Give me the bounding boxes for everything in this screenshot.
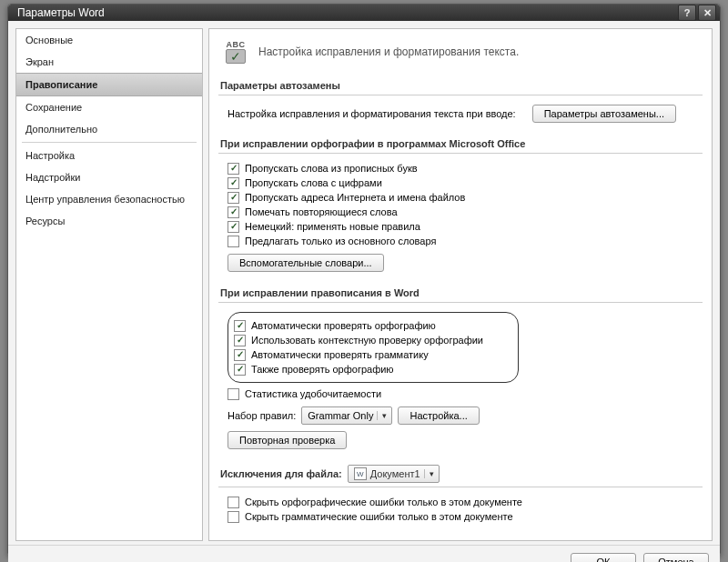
panel-header-text: Настройка исправления и форматирования т… bbox=[258, 45, 519, 58]
lbl-repeat: Помечать повторяющиеся слова bbox=[245, 206, 398, 217]
sidebar-item-save[interactable]: Сохранение bbox=[16, 96, 202, 118]
lbl-context-spell: Использовать контекстную проверку орфогр… bbox=[251, 335, 483, 346]
grammar-settings-button[interactable]: Настройка... bbox=[398, 406, 479, 425]
group-autocorrect-body: Настройка исправления и форматирования т… bbox=[218, 95, 703, 131]
chk-digits[interactable]: ✓ bbox=[228, 177, 239, 189]
chk-auto-spell[interactable]: ✓ bbox=[234, 320, 246, 332]
lbl-also-spell: Также проверять орфографию bbox=[251, 364, 394, 375]
titlebar[interactable]: Параметры Word ? ✕ bbox=[8, 5, 720, 21]
exceptions-file-name: Документ1 bbox=[370, 468, 420, 479]
group-word-body: ✓Автоматически проверять орфографию ✓Исп… bbox=[218, 303, 703, 457]
autocorrect-options-button[interactable]: Параметры автозамены... bbox=[532, 105, 676, 123]
chk-readability[interactable]: ✓ bbox=[228, 388, 239, 400]
chk-german[interactable]: ✓ bbox=[228, 221, 239, 233]
custom-dictionaries-button[interactable]: Вспомогательные словари... bbox=[228, 254, 384, 272]
chk-context-spell[interactable]: ✓ bbox=[234, 335, 246, 346]
lbl-main-dict: Предлагать только из основного словаря bbox=[245, 236, 436, 246]
chk-urls[interactable]: ✓ bbox=[228, 192, 239, 204]
close-button[interactable]: ✕ bbox=[698, 5, 716, 21]
lbl-readability: Статистика удобочитаемости bbox=[245, 388, 381, 399]
lbl-auto-grammar: Автоматически проверять грамматику bbox=[251, 349, 429, 360]
sidebar-item-resources[interactable]: Ресурсы bbox=[16, 210, 202, 232]
sidebar: Основные Экран Правописание Сохранение Д… bbox=[15, 28, 203, 541]
sidebar-item-addins[interactable]: Надстройки bbox=[16, 166, 202, 188]
panel-header: ABC ✓ Настройка исправления и форматиров… bbox=[218, 36, 703, 73]
sidebar-item-proofing[interactable]: Правописание bbox=[16, 73, 202, 96]
title-text: Параметры Word bbox=[17, 6, 676, 19]
ok-button[interactable]: ОК bbox=[571, 553, 636, 562]
proofing-icon: ABC ✓ bbox=[222, 40, 249, 64]
lbl-auto-spell: Автоматически проверять орфографию bbox=[251, 320, 436, 331]
exceptions-file-combo[interactable]: W Документ1 ▾ bbox=[348, 465, 440, 483]
sidebar-item-general[interactable]: Основные bbox=[16, 29, 202, 51]
lbl-urls: Пропускать адреса Интернета и имена файл… bbox=[245, 192, 465, 203]
lbl-uppercase: Пропускать слова из прописных букв bbox=[245, 163, 418, 174]
sidebar-separator bbox=[22, 142, 197, 143]
chk-repeat[interactable]: ✓ bbox=[228, 206, 239, 218]
lbl-hide-spelling: Скрыть орфографические ошибки только в э… bbox=[245, 497, 522, 507]
ruleset-value: Grammar Only bbox=[308, 410, 373, 421]
chk-uppercase[interactable]: ✓ bbox=[228, 163, 239, 175]
sidebar-item-customize[interactable]: Настройка bbox=[16, 145, 202, 166]
ruleset-combo[interactable]: Grammar Only ▾ bbox=[301, 406, 392, 425]
chevron-down-icon: ▾ bbox=[424, 469, 437, 478]
group-office-body: ✓Пропускать слова из прописных букв ✓Про… bbox=[218, 154, 703, 280]
lbl-hide-grammar: Скрыть грамматические ошибки только в эт… bbox=[245, 511, 513, 522]
group-office-title: При исправлении орфографии в программах … bbox=[218, 135, 703, 154]
document-icon: W bbox=[354, 467, 367, 480]
chevron-down-icon: ▾ bbox=[377, 411, 389, 420]
sidebar-item-trust-center[interactable]: Центр управления безопасностью bbox=[16, 188, 202, 210]
group-word-title: При исправлении правописания в Word bbox=[218, 284, 703, 303]
ruleset-label: Набор правил: bbox=[228, 410, 296, 421]
exceptions-label: Исключения для файла: bbox=[220, 468, 342, 479]
lbl-german: Немецкий: применять новые правила bbox=[245, 221, 420, 232]
group-autocorrect-title: Параметры автозамены bbox=[218, 76, 703, 95]
help-button[interactable]: ? bbox=[678, 5, 696, 21]
group-exceptions-body: ✓Скрыть орфографические ошибки только в … bbox=[218, 487, 703, 531]
chk-hide-grammar[interactable]: ✓ bbox=[228, 511, 239, 523]
chk-hide-spelling[interactable]: ✓ bbox=[228, 497, 239, 508]
sidebar-item-advanced[interactable]: Дополнительно bbox=[16, 118, 202, 140]
cancel-button[interactable]: Отмена bbox=[643, 553, 709, 562]
chk-main-dict[interactable]: ✓ bbox=[228, 236, 239, 247]
main-panel: ABC ✓ Настройка исправления и форматиров… bbox=[208, 28, 713, 541]
chk-also-spell[interactable]: ✓ bbox=[234, 364, 246, 376]
autocorrect-desc: Настройка исправления и форматирования т… bbox=[228, 108, 516, 119]
content-area: Основные Экран Правописание Сохранение Д… bbox=[8, 21, 720, 545]
group-exceptions-title: Исключения для файла: W Документ1 ▾ bbox=[218, 461, 703, 487]
lbl-digits: Пропускать слова с цифрами bbox=[245, 177, 382, 188]
recheck-button[interactable]: Повторная проверка bbox=[228, 431, 347, 449]
chk-auto-grammar[interactable]: ✓ bbox=[234, 349, 246, 361]
sidebar-item-display[interactable]: Экран bbox=[16, 51, 202, 73]
word-options-dialog: Параметры Word ? ✕ Основные Экран Правоп… bbox=[7, 4, 721, 557]
dialog-body: Основные Экран Правописание Сохранение Д… bbox=[8, 21, 720, 562]
callout-box: ✓Автоматически проверять орфографию ✓Исп… bbox=[228, 312, 519, 383]
footer: ОК Отмена bbox=[8, 545, 720, 562]
